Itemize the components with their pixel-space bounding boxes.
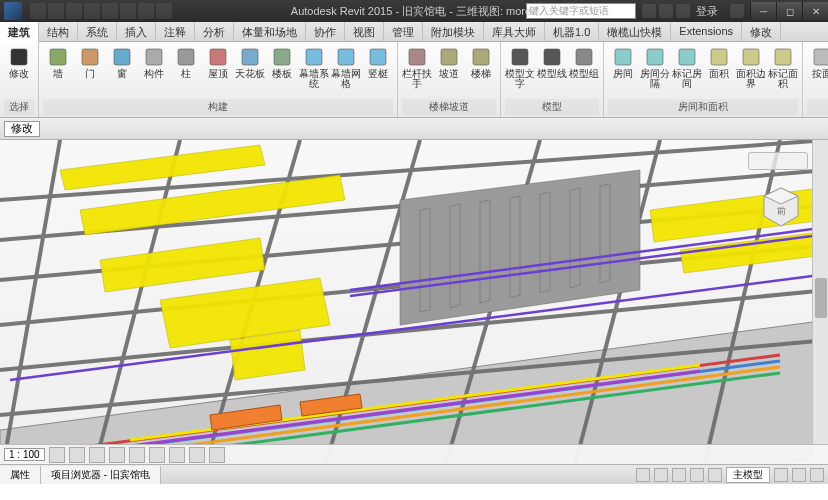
- ribbon-button-group[interactable]: 模型组: [569, 44, 599, 99]
- ribbon-button-stair[interactable]: 楼梯: [466, 44, 496, 99]
- ribbon-tab-分析[interactable]: 分析: [195, 22, 234, 41]
- ribbon-button-floor[interactable]: 楼板: [267, 44, 297, 99]
- panel-title: 构建: [43, 99, 393, 115]
- ribbon-button-area-bnd[interactable]: 面积边界: [736, 44, 766, 99]
- hide-isolate-icon[interactable]: [189, 447, 205, 463]
- svg-rect-3: [114, 49, 130, 65]
- shadows-icon[interactable]: [109, 447, 125, 463]
- sun-path-icon[interactable]: [89, 447, 105, 463]
- ribbon-tab-视图[interactable]: 视图: [345, 22, 384, 41]
- panel-title: 选择: [4, 99, 34, 115]
- crop-region-icon[interactable]: [169, 447, 185, 463]
- qat-redo-icon[interactable]: [84, 3, 100, 19]
- login-button[interactable]: 登录: [696, 4, 718, 19]
- drag-elements-icon[interactable]: [708, 468, 722, 482]
- 3d-viewport[interactable]: 前 1 : 100 属性项目浏览器 - 旧宾馆电 主模型: [0, 140, 828, 484]
- close-button[interactable]: ✕: [802, 2, 828, 20]
- qat-print-icon[interactable]: [102, 3, 118, 19]
- ribbon-button-room[interactable]: 房间: [608, 44, 638, 99]
- ribbon-button-curtain-sys[interactable]: 幕墙系统: [299, 44, 329, 99]
- svg-rect-14: [473, 49, 489, 65]
- ribbon-tab-修改[interactable]: 修改: [742, 22, 781, 41]
- ribbon-button-label: 坡道: [439, 69, 459, 79]
- rendering-icon[interactable]: [129, 447, 145, 463]
- svg-rect-16: [544, 49, 560, 65]
- ribbon-button-room-sep[interactable]: 房间分隔: [640, 44, 670, 99]
- ribbon-tab-注释[interactable]: 注释: [156, 22, 195, 41]
- qat-more-icon[interactable]: [156, 3, 172, 19]
- app-menu-icon[interactable]: [4, 2, 22, 20]
- ribbon-button-byface[interactable]: 按面: [807, 44, 828, 99]
- ribbon-button-curtain-grid[interactable]: 幕墙网格: [331, 44, 361, 99]
- editable-only-icon[interactable]: [774, 468, 788, 482]
- ribbon-tab-Extensions[interactable]: Extensions: [671, 22, 742, 41]
- ribbon-button-text[interactable]: 模型文字: [505, 44, 535, 99]
- ribbon-button-cursor[interactable]: 修改: [4, 44, 34, 99]
- ribbon-tab-机器1.0[interactable]: 机器1.0: [545, 22, 599, 41]
- qat-measure-icon[interactable]: [120, 3, 136, 19]
- ribbon-button-ramp[interactable]: 坡道: [434, 44, 464, 99]
- ribbon-button-wall[interactable]: 墙: [43, 44, 73, 99]
- ribbon-button-roof[interactable]: 屋顶: [203, 44, 233, 99]
- svg-rect-24: [814, 49, 828, 65]
- area-bnd-icon: [740, 46, 762, 68]
- ribbon-button-tag-room[interactable]: 标记房间: [672, 44, 702, 99]
- ribbon-tab-橄榄山快模[interactable]: 橄榄山快模: [599, 22, 671, 41]
- view-scale[interactable]: 1 : 100: [4, 448, 45, 461]
- stair-icon: [470, 46, 492, 68]
- qat-undo-icon[interactable]: [66, 3, 82, 19]
- exchange-icon[interactable]: [659, 4, 673, 18]
- ribbon-tab-建筑[interactable]: 建筑: [0, 22, 39, 42]
- ribbon-tab-协作[interactable]: 协作: [306, 22, 345, 41]
- detail-level-icon[interactable]: [49, 447, 65, 463]
- qat-open-icon[interactable]: [30, 3, 46, 19]
- view-cube[interactable]: 前: [758, 184, 804, 230]
- ribbon-tab-插入[interactable]: 插入: [117, 22, 156, 41]
- select-underlay-icon[interactable]: [654, 468, 668, 482]
- svg-marker-52: [450, 204, 460, 308]
- ribbon-button-window[interactable]: 窗: [107, 44, 137, 99]
- ribbon-button-line[interactable]: 模型线: [537, 44, 567, 99]
- ribbon-button-component[interactable]: 构件: [139, 44, 169, 99]
- workset-combo[interactable]: 主模型: [726, 467, 770, 483]
- select-face-icon[interactable]: [690, 468, 704, 482]
- ribbon-button-ceiling[interactable]: 天花板: [235, 44, 265, 99]
- ribbon-button-mullion[interactable]: 竖梃: [363, 44, 393, 99]
- reveal-hidden-icon[interactable]: [209, 447, 225, 463]
- panel-tab[interactable]: 项目浏览器 - 旧宾馆电: [41, 466, 161, 484]
- minimize-button[interactable]: ─: [750, 2, 776, 20]
- ribbon-tab-库具大师[interactable]: 库具大师: [484, 22, 545, 41]
- navigation-bar[interactable]: [748, 152, 808, 170]
- sign-in-icon[interactable]: [676, 4, 690, 18]
- ribbon-tab-管理[interactable]: 管理: [384, 22, 423, 41]
- status-zoom-icon[interactable]: [810, 468, 824, 482]
- options-bar-mode[interactable]: 修改: [4, 121, 40, 137]
- select-pinned-icon[interactable]: [672, 468, 686, 482]
- ribbon-button-railing[interactable]: 栏杆扶手: [402, 44, 432, 99]
- maximize-button[interactable]: ◻: [776, 2, 802, 20]
- vertical-scrollbar[interactable]: [812, 140, 828, 484]
- ribbon-button-door[interactable]: 门: [75, 44, 105, 99]
- qat-sync-icon[interactable]: [138, 3, 154, 19]
- subscription-icon[interactable]: [642, 4, 656, 18]
- panel-tab[interactable]: 属性: [0, 466, 41, 484]
- ribbon-button-label: 栏杆扶手: [402, 69, 432, 89]
- help-search-input[interactable]: 键入关键字或短语: [526, 3, 636, 19]
- ribbon-button-tag-area[interactable]: 标记面积: [768, 44, 798, 99]
- crop-view-icon[interactable]: [149, 447, 165, 463]
- help-icon[interactable]: [730, 4, 744, 18]
- ribbon-tab-附加模块[interactable]: 附加模块: [423, 22, 484, 41]
- visual-style-icon[interactable]: [69, 447, 85, 463]
- ribbon-button-column[interactable]: 柱: [171, 44, 201, 99]
- floor-icon: [271, 46, 293, 68]
- qat-save-icon[interactable]: [48, 3, 64, 19]
- ribbon-tab-系统[interactable]: 系统: [78, 22, 117, 41]
- ribbon-tab-体量和场地[interactable]: 体量和场地: [234, 22, 306, 41]
- ribbon-tab-结构[interactable]: 结构: [39, 22, 78, 41]
- filter-icon[interactable]: [792, 468, 806, 482]
- select-links-icon[interactable]: [636, 468, 650, 482]
- model-canvas[interactable]: [0, 140, 828, 484]
- wall-icon: [47, 46, 69, 68]
- cursor-icon: [8, 46, 30, 68]
- ribbon-button-area[interactable]: 面积: [704, 44, 734, 99]
